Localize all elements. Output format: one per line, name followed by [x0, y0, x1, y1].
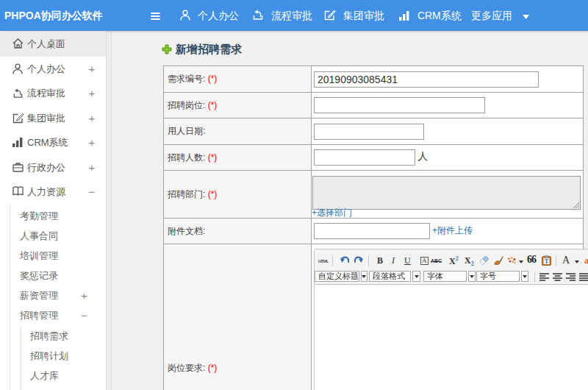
svg-text:T: T — [545, 258, 549, 265]
svg-text:HTML: HTML — [318, 258, 329, 263]
